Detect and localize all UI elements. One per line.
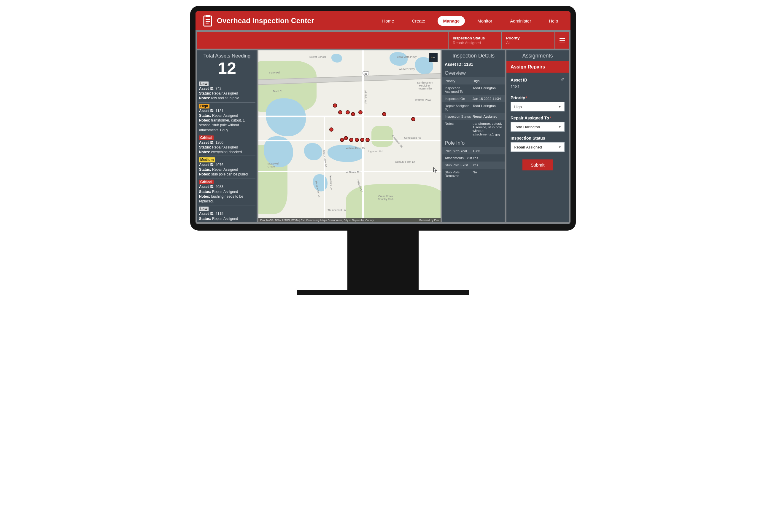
map-pin[interactable] — [351, 112, 355, 116]
edit-icon[interactable] — [560, 77, 564, 82]
repair-assigned-select[interactable]: Todd Harington ▼ — [510, 122, 564, 132]
filter-inspection-status[interactable]: Inspection Status Repair Assigned — [448, 32, 501, 49]
filter-value: All — [506, 41, 550, 45]
svg-point-8 — [432, 56, 433, 57]
table-row: Stub Pole ExistYes — [442, 162, 505, 169]
asset-list[interactable]: LowAsset ID: 742Status: Repair AssignedN… — [197, 80, 257, 222]
map-pin[interactable] — [346, 110, 350, 114]
assignments-panel: Assignments Assign Repairs Asset ID 1181… — [506, 50, 569, 222]
table-row: Notestransformer, cutout, 1 service, stu… — [442, 120, 505, 138]
table-row: Attachments ExistYes — [442, 154, 505, 162]
menu-button[interactable] — [554, 32, 569, 49]
logo-wrap: Overhead Inspection Center — [203, 15, 314, 27]
filter-label: Priority — [506, 36, 550, 40]
filter-priority[interactable]: Priority All — [501, 32, 554, 49]
map-panel[interactable]: 88 Bower School Ferry Rd Diehl Rd Bella … — [259, 50, 441, 222]
list-icon — [431, 55, 436, 60]
app-screen: Overhead Inspection Center HomeCreateMan… — [196, 11, 570, 224]
nav-item-help[interactable]: Help — [543, 16, 563, 26]
assignments-title: Assignments — [506, 50, 569, 61]
nav-item-administer[interactable]: Administer — [505, 16, 536, 26]
asset-item[interactable]: CriticalAsset ID: 4083Status: Repair Ass… — [199, 178, 256, 205]
app-header: Overhead Inspection Center HomeCreateMan… — [196, 11, 570, 30]
asset-item[interactable]: CriticalAsset ID: 1200Status: Repair Ass… — [199, 134, 256, 156]
app-title: Overhead Inspection Center — [217, 17, 314, 25]
filter-label: Inspection Status — [453, 36, 497, 40]
map-pin[interactable] — [329, 127, 333, 132]
map-pin[interactable] — [355, 138, 359, 142]
priority-badge: Medium — [199, 157, 215, 162]
inspection-status-select[interactable]: Repair Assigned ▼ — [510, 142, 564, 152]
priority-badge: High — [199, 104, 210, 108]
map-legend-button[interactable] — [429, 53, 438, 62]
table-row: Inspected OnJan 18 2022 11:34 — [442, 95, 505, 102]
monitor-stand-base — [297, 290, 469, 295]
details-asset-id: Asset ID: 1181 — [442, 61, 505, 68]
map-pin[interactable] — [344, 136, 348, 140]
map-pin[interactable] — [366, 138, 370, 142]
hamburger-icon — [559, 38, 565, 42]
asset-count: 12 — [197, 59, 257, 77]
priority-badge: Critical — [199, 180, 214, 184]
repair-assigned-label-row: Repair Assigned To* — [510, 116, 564, 120]
asset-item[interactable]: HighAsset ID: 1181Status: Repair Assigne… — [199, 102, 256, 134]
table-row: PriorityHigh — [442, 77, 505, 84]
asset-item[interactable]: MediumAsset ID: 4076Status: Repair Assig… — [199, 156, 256, 178]
svg-rect-9 — [433, 56, 435, 56]
table-row: Inspection StatusRepair Assigned — [442, 113, 505, 120]
table-row: Repair Assigned ToTodd Harington — [442, 102, 505, 113]
submit-button[interactable]: Submit — [522, 159, 553, 170]
overview-table: PriorityHighInspection Assigned ToTodd H… — [442, 77, 505, 138]
map-pin[interactable] — [340, 138, 344, 142]
poleinfo-heading: Pole Info — [442, 138, 505, 147]
map-pin[interactable] — [358, 110, 363, 114]
svg-point-10 — [432, 57, 433, 58]
map-pin[interactable] — [360, 138, 364, 142]
assign-form: Asset ID 1181 Priority* High ▼ Re — [506, 73, 569, 176]
map-pin[interactable] — [382, 112, 386, 116]
map-pin[interactable] — [333, 103, 337, 108]
nav-item-create[interactable]: Create — [406, 16, 430, 26]
monitor-stand-neck — [347, 231, 419, 290]
content-row: Total Assets Needing 12 LowAsset ID: 742… — [197, 50, 569, 222]
asset-item[interactable]: LowAsset ID: 2115Status: Repair Assigned — [199, 205, 256, 222]
svg-point-12 — [432, 59, 433, 60]
priority-badge: Critical — [199, 135, 214, 140]
details-title: Inspection Details — [442, 50, 505, 61]
inspection-status-label-row: Inspection Status — [510, 136, 564, 140]
nav-group: HomeCreateManageMonitorAdministerHelp — [377, 16, 563, 26]
chevron-down-icon: ▼ — [558, 146, 561, 149]
map-background: 88 Bower School Ferry Rd Diehl Rd Bella … — [259, 50, 441, 222]
priority-select[interactable]: High ▼ — [510, 102, 564, 111]
clipboard-icon — [203, 15, 213, 27]
required-indicator: * — [525, 95, 527, 100]
nav-item-manage[interactable]: Manage — [438, 16, 465, 26]
assign-repairs-header: Assign Repairs — [506, 61, 569, 73]
asset-list-panel: Total Assets Needing 12 LowAsset ID: 742… — [197, 50, 257, 222]
chevron-down-icon: ▼ — [558, 125, 561, 129]
map-pin[interactable] — [411, 117, 415, 121]
svg-rect-1 — [206, 15, 210, 17]
filter-bar: Inspection Status Repair Assigned Priori… — [197, 32, 569, 49]
overview-heading: Overview — [442, 68, 505, 77]
priority-badge: Low — [199, 207, 209, 211]
map-pin[interactable] — [349, 138, 353, 142]
nav-item-monitor[interactable]: Monitor — [472, 16, 497, 26]
poleinfo-table: Pole Birth Year1985Attachments ExistYesS… — [442, 147, 505, 179]
chevron-down-icon: ▼ — [558, 105, 561, 108]
asset-id-label-row: Asset ID — [510, 77, 564, 82]
svg-rect-13 — [433, 59, 435, 59]
asset-panel-title: Total Assets Needing — [197, 50, 257, 59]
nav-item-home[interactable]: Home — [377, 16, 399, 26]
map-pin[interactable] — [338, 110, 342, 114]
asset-item[interactable]: LowAsset ID: 742Status: Repair AssignedN… — [199, 80, 256, 102]
map-attribution: Esri, NASA, NGA, USGS, FEMA | Esri Commu… — [259, 218, 441, 222]
asset-id-value: 1181 — [510, 84, 564, 89]
table-row: Stub Pole RemovedNo — [442, 169, 505, 179]
table-row: Pole Birth Year1985 — [442, 147, 505, 154]
priority-label-row: Priority* — [510, 95, 564, 100]
priority-badge: Low — [199, 82, 209, 86]
svg-rect-11 — [433, 57, 435, 58]
filter-value: Repair Assigned — [453, 41, 497, 45]
required-indicator: * — [549, 116, 551, 120]
